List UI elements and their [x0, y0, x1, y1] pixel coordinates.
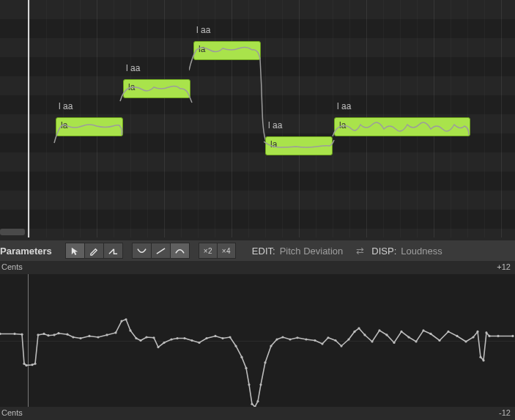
svg-point-33	[205, 337, 207, 339]
svg-point-3	[23, 363, 25, 365]
zoom-x2-button[interactable]: ×2	[199, 243, 218, 259]
svg-point-12	[66, 334, 68, 336]
parameters-toolbar: Parameters ×2 ×4 EDIT: Pitch Deviation ⇄…	[0, 240, 515, 261]
svg-point-20	[125, 318, 127, 320]
svg-point-10	[53, 334, 55, 336]
svg-point-5	[31, 364, 33, 366]
note-lyric: la	[61, 120, 67, 130]
note-lyric: la	[128, 82, 135, 92]
svg-point-27	[163, 342, 165, 344]
display-parameter-dropdown[interactable]: Loudness	[401, 246, 442, 257]
svg-point-37	[234, 345, 237, 347]
note-lyric: la	[339, 120, 346, 130]
pointer-tool-button[interactable]	[65, 243, 85, 259]
scale-top-value: +12	[497, 262, 511, 271]
svg-point-61	[371, 340, 373, 342]
svg-point-30	[183, 337, 185, 339]
svg-point-13	[72, 336, 74, 338]
up-curve-button[interactable]	[171, 243, 190, 259]
param-scale-top: Cents +12	[0, 261, 515, 274]
svg-point-62	[378, 329, 380, 331]
svg-point-74	[472, 336, 474, 338]
svg-point-28	[170, 338, 172, 340]
pencil-tool-button[interactable]	[85, 243, 104, 259]
svg-point-56	[340, 345, 342, 347]
svg-point-41	[251, 403, 253, 405]
linear-curve-button[interactable]	[152, 243, 171, 259]
svg-point-24	[145, 336, 147, 338]
svg-point-18	[114, 331, 116, 334]
edit-parameter-dropdown[interactable]: Pitch Deviation	[280, 246, 344, 257]
playhead[interactable]	[28, 0, 29, 237]
zoom-x4-button[interactable]: ×4	[218, 243, 236, 259]
svg-point-55	[334, 339, 336, 342]
svg-point-17	[105, 334, 108, 336]
svg-point-46	[270, 345, 272, 347]
svg-point-66	[407, 336, 410, 338]
svg-point-6	[34, 363, 36, 365]
svg-point-75	[476, 331, 478, 333]
param-body[interactable]	[0, 274, 515, 407]
svg-point-44	[259, 383, 262, 386]
svg-point-65	[400, 331, 402, 333]
note-body[interactable]: la	[265, 136, 333, 155]
curve-shape-group	[132, 243, 190, 259]
note-phoneme: l aa	[126, 63, 140, 73]
swap-params-button[interactable]: ⇄	[356, 246, 364, 257]
svg-point-22	[135, 337, 137, 339]
svg-point-35	[221, 337, 223, 339]
scale-bottom-value: -12	[499, 408, 511, 417]
note-body[interactable]: la	[56, 117, 123, 136]
svg-point-78	[485, 331, 487, 334]
svg-point-47	[275, 338, 278, 340]
svg-point-14	[79, 337, 81, 339]
svg-point-34	[214, 335, 216, 337]
note-phoneme: l aa	[59, 101, 73, 111]
param-scale-bottom: Cents -12	[0, 407, 515, 420]
h-scrollbar[interactable]	[0, 229, 25, 235]
svg-point-45	[264, 361, 266, 364]
svg-point-52	[314, 339, 316, 342]
svg-point-70	[438, 339, 440, 342]
note-lyric: la	[199, 44, 205, 54]
scale-unit: Cents	[1, 262, 23, 271]
svg-point-63	[385, 334, 388, 336]
svg-point-60	[363, 334, 366, 336]
svg-point-0	[0, 333, 1, 335]
svg-point-50	[296, 336, 298, 339]
svg-point-53	[321, 342, 323, 345]
piano-roll[interactable]: l aa la l aa la l aa la l aa la l aa la	[0, 0, 515, 237]
note-body[interactable]: la	[123, 79, 190, 98]
svg-point-79	[488, 335, 490, 337]
svg-point-77	[482, 359, 484, 361]
note-body[interactable]: la	[334, 117, 470, 136]
down-curve-button[interactable]	[132, 243, 152, 259]
svg-point-31	[190, 339, 193, 342]
svg-point-67	[415, 340, 417, 342]
svg-point-8	[42, 333, 45, 335]
svg-point-4	[25, 364, 27, 366]
note-body[interactable]: la	[193, 41, 261, 60]
svg-point-76	[479, 356, 481, 358]
edit-label: EDIT:	[252, 246, 275, 257]
pitch-deviation-curve[interactable]	[0, 274, 515, 407]
svg-point-48	[281, 336, 284, 338]
svg-point-73	[464, 340, 467, 342]
svg-point-1	[13, 333, 15, 335]
svg-point-23	[139, 339, 141, 342]
svg-point-21	[129, 329, 131, 331]
svg-point-49	[289, 338, 291, 340]
svg-point-25	[152, 336, 155, 339]
scale-unit: Cents	[1, 408, 23, 417]
svg-point-81	[511, 335, 514, 337]
svg-point-29	[176, 337, 178, 339]
parameter-panel[interactable]: Cents +12 Cents -12	[0, 261, 515, 420]
note-phoneme: l aa	[268, 120, 282, 130]
line-tool-button[interactable]	[104, 243, 123, 259]
svg-point-43	[256, 400, 259, 402]
svg-point-72	[456, 335, 458, 337]
svg-point-2	[21, 334, 23, 336]
svg-point-15	[88, 335, 90, 337]
svg-point-80	[497, 335, 499, 337]
svg-point-64	[393, 342, 395, 344]
